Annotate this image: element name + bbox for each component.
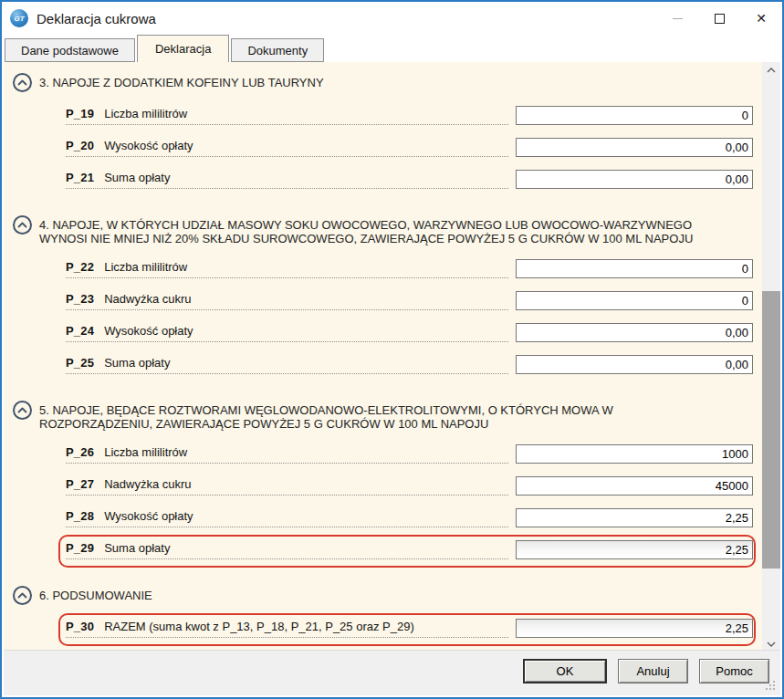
field-code: P_27 <box>66 477 94 491</box>
field-input-p30[interactable] <box>516 619 753 638</box>
field-row-p19: P_19Liczba mililitrów <box>64 98 753 130</box>
field-row-p26: P_26Liczba mililitrów <box>64 436 753 468</box>
field-code: P_19 <box>66 107 94 120</box>
section-rows-6: P_30RAZEM (suma kwot z P_13, P_18, P_21,… <box>64 610 753 652</box>
tab-dane-podstawowe[interactable]: Dane podstawowe <box>5 38 135 62</box>
field-code: P_30 <box>66 620 94 633</box>
close-button[interactable]: ✕ <box>740 2 782 35</box>
field-label: Liczba mililitrów <box>104 107 187 120</box>
field-label: Wysokość opłaty <box>104 139 193 152</box>
field-input-p22[interactable] <box>516 259 753 278</box>
field-label: Suma opłaty <box>104 171 170 184</box>
field-input-p27[interactable] <box>516 476 753 496</box>
tab-strip: Dane podstawowe Deklaracja Dokumenty <box>2 35 782 62</box>
field-label: Suma opłaty <box>104 541 170 555</box>
section-title: 6. PODSUMOWANIE <box>39 586 152 602</box>
field-label: Nadwyżka cukru <box>104 292 191 306</box>
field-input-p28[interactable] <box>516 508 753 527</box>
collapse-icon[interactable] <box>13 215 32 235</box>
field-code: P_24 <box>66 324 94 338</box>
field-row-p30-highlighted: P_30RAZEM (suma kwot z P_13, P_18, P_21,… <box>64 610 753 642</box>
field-input-p24[interactable] <box>516 323 753 342</box>
window-title: Deklaracja cukrowa <box>37 11 156 26</box>
field-code: P_25 <box>66 356 94 370</box>
footer-bar: OK Anuluj Pomoc <box>4 650 780 695</box>
dotted-leader <box>66 463 508 464</box>
field-row-p27: P_27Nadwyżka cukru <box>64 468 753 500</box>
tab-deklaracja[interactable]: Deklaracja <box>137 35 229 62</box>
field-label-wrap: P_28Wysokość opłaty <box>66 509 193 523</box>
section-header-4: 4. NAPOJE, W KTÓRYCH UDZIAŁ MASOWY SOKU … <box>13 215 753 245</box>
dotted-leader <box>66 156 508 157</box>
field-row-p28: P_28Wysokość opłaty <box>64 500 753 532</box>
section-rows-4: P_22Liczba mililitrów P_23Nadwyżka cukru… <box>64 251 753 379</box>
resize-grip[interactable] <box>773 688 775 690</box>
field-code: P_23 <box>66 292 94 306</box>
maximize-button[interactable] <box>698 2 740 35</box>
minimize-button <box>656 2 698 35</box>
dotted-leader <box>66 277 508 278</box>
field-code: P_21 <box>66 171 94 184</box>
field-row-p23: P_23Nadwyżka cukru <box>64 283 753 315</box>
field-row-p20: P_20Wysokość opłaty <box>64 130 753 162</box>
tab-dokumenty[interactable]: Dokumenty <box>231 38 324 62</box>
cancel-button[interactable]: Anuluj <box>618 659 688 683</box>
field-label: Nadwyżka cukru <box>104 477 191 491</box>
field-label: Wysokość opłaty <box>104 324 193 338</box>
form-content: 3. NAPOJE Z DODATKIEM KOFEINY LUB TAURYN… <box>4 62 780 652</box>
field-label: Liczba mililitrów <box>104 260 187 274</box>
maximize-icon <box>715 14 725 24</box>
collapse-icon[interactable] <box>13 586 32 605</box>
field-label: Wysokość opłaty <box>104 509 193 523</box>
field-label-wrap: P_24Wysokość opłaty <box>66 324 193 338</box>
window-controls: ✕ <box>656 2 782 35</box>
field-row-p29-highlighted: P_29Suma opłaty <box>64 532 753 564</box>
field-row-p22: P_22Liczba mililitrów <box>64 251 753 283</box>
field-row-p25: P_25Suma opłaty <box>64 347 753 379</box>
title-bar: GT Deklaracja cukrowa ✕ <box>2 2 782 35</box>
field-label-wrap: P_25Suma opłaty <box>66 356 170 370</box>
field-label-wrap: P_30RAZEM (suma kwot z P_13, P_18, P_21,… <box>66 620 414 633</box>
section-rows-3: P_19Liczba mililitrów P_20Wysokość opłat… <box>64 98 753 193</box>
field-row-p21: P_21Suma opłaty <box>64 162 753 193</box>
field-input-p21[interactable] <box>516 170 753 189</box>
dotted-leader <box>66 558 508 559</box>
field-code: P_29 <box>66 541 94 555</box>
field-label-wrap: P_19Liczba mililitrów <box>66 107 187 120</box>
ok-button[interactable]: OK <box>523 659 607 683</box>
field-input-p23[interactable] <box>516 291 753 310</box>
dotted-leader <box>66 495 508 496</box>
field-input-p25[interactable] <box>516 355 753 374</box>
app-gt-icon: GT <box>10 9 28 27</box>
collapse-icon[interactable] <box>13 401 32 420</box>
field-code: P_28 <box>66 509 94 523</box>
section-title: 4. NAPOJE, W KTÓRYCH UDZIAŁ MASOWY SOKU … <box>39 215 693 245</box>
field-input-p20[interactable] <box>516 138 753 157</box>
field-label-wrap: P_23Nadwyżka cukru <box>66 292 192 306</box>
field-input-p19[interactable] <box>516 106 753 125</box>
section-title: 3. NAPOJE Z DODATKIEM KOFEINY LUB TAURYN… <box>39 73 324 89</box>
field-label: RAZEM (suma kwot z P_13, P_18, P_21, P_2… <box>104 620 414 633</box>
field-label: Suma opłaty <box>104 356 170 370</box>
collapse-icon[interactable] <box>13 73 32 92</box>
field-label-wrap: P_21Suma opłaty <box>66 171 170 184</box>
help-button[interactable]: Pomoc <box>699 659 769 683</box>
form-pane: 3. NAPOJE Z DODATKIEM KOFEINY LUB TAURYN… <box>4 62 762 652</box>
field-code: P_20 <box>66 139 94 152</box>
field-label-wrap: P_22Liczba mililitrów <box>66 260 187 274</box>
scrollbar-thumb[interactable] <box>762 291 780 569</box>
vertical-scrollbar[interactable] <box>762 62 780 652</box>
dotted-leader <box>66 309 508 310</box>
close-icon: ✕ <box>756 12 767 25</box>
field-code: P_26 <box>66 445 94 459</box>
section-header-6: 6. PODSUMOWANIE <box>13 586 753 605</box>
dotted-leader <box>66 527 508 527</box>
section-header-5: 5. NAPOJE, BĘDĄCE ROZTWORAMI WĘGLOWODANO… <box>13 401 753 431</box>
field-input-p26[interactable] <box>516 444 753 464</box>
field-input-p29[interactable] <box>516 540 753 559</box>
field-label-wrap: P_27Nadwyżka cukru <box>66 477 192 491</box>
scroll-up-icon[interactable] <box>762 62 780 78</box>
field-label-wrap: P_26Liczba mililitrów <box>66 445 187 459</box>
dialog-window: GT Deklaracja cukrowa ✕ Dane podstawowe … <box>0 0 784 699</box>
dotted-leader <box>66 637 508 638</box>
